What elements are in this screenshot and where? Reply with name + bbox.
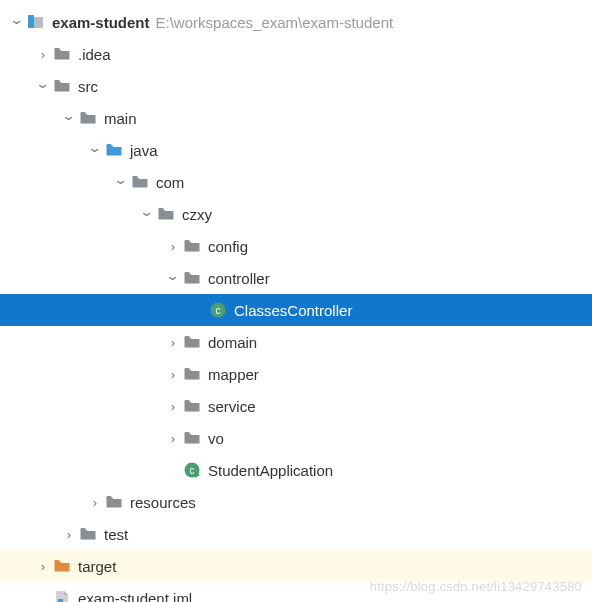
chevron-down-icon[interactable]: ⌄ xyxy=(56,108,81,123)
tree-row[interactable]: ⌄main xyxy=(0,102,592,134)
chevron-down-icon[interactable]: ⌄ xyxy=(30,76,55,91)
tree-item-label: target xyxy=(78,558,116,575)
tree-row[interactable]: ›cClassesController xyxy=(0,294,592,326)
chevron-right-icon[interactable]: › xyxy=(86,495,104,510)
tree-item-label: src xyxy=(78,78,98,95)
tree-item-label: vo xyxy=(208,430,224,447)
tree-row[interactable]: ⌄java xyxy=(0,134,592,166)
tree-row[interactable]: ›.idea xyxy=(0,38,592,70)
tree-row[interactable]: ›vo xyxy=(0,422,592,454)
svg-text:c: c xyxy=(190,465,195,476)
tree-item-label: exam-student.iml xyxy=(78,590,192,603)
chevron-right-icon[interactable]: › xyxy=(164,367,182,382)
tree-item-label: service xyxy=(208,398,256,415)
tree-item-label: controller xyxy=(208,270,270,287)
chevron-down-icon[interactable]: ⌄ xyxy=(4,12,29,27)
watermark-text: https://blog.csdn.net/li13429743580 xyxy=(370,579,582,594)
svg-rect-16 xyxy=(185,432,190,435)
svg-rect-22 xyxy=(55,560,60,563)
chevron-right-icon[interactable]: › xyxy=(164,239,182,254)
excluded-folder-icon xyxy=(52,556,72,576)
path-hint: E:\workspaces_exam\exam-student xyxy=(156,14,394,31)
svg-rect-14 xyxy=(185,368,190,371)
folder-icon xyxy=(182,428,202,448)
tree-item-label: czxy xyxy=(182,206,212,223)
tree-item-label: main xyxy=(104,110,137,127)
runnable-class-icon: c xyxy=(182,460,202,480)
tree-row[interactable]: ›mapper xyxy=(0,358,592,390)
tree-row[interactable]: ›cStudentApplication xyxy=(0,454,592,486)
tree-item-label: config xyxy=(208,238,248,255)
tree-item-label: StudentApplication xyxy=(208,462,333,479)
tree-item-label: com xyxy=(156,174,184,191)
chevron-down-icon[interactable]: ⌄ xyxy=(160,268,185,283)
tree-row[interactable]: ⌄src xyxy=(0,70,592,102)
tree-item-label: resources xyxy=(130,494,196,511)
folder-icon xyxy=(78,524,98,544)
svg-rect-3 xyxy=(55,48,60,51)
chevron-down-icon[interactable]: ⌄ xyxy=(108,172,133,187)
tree-item-label: ClassesController xyxy=(234,302,352,319)
svg-rect-20 xyxy=(107,496,112,499)
tree-item-label: .idea xyxy=(78,46,111,63)
chevron-right-icon[interactable]: › xyxy=(60,527,78,542)
tree-row[interactable]: ›test xyxy=(0,518,592,550)
folder-icon xyxy=(182,332,202,352)
tree-item-label: test xyxy=(104,526,128,543)
tree-row[interactable]: ⌄czxy xyxy=(0,198,592,230)
chevron-right-icon[interactable]: › xyxy=(164,335,182,350)
tree-row[interactable]: ⌄controller xyxy=(0,262,592,294)
folder-icon xyxy=(104,492,124,512)
tree-item-label: domain xyxy=(208,334,257,351)
tree-row[interactable]: ›config xyxy=(0,230,592,262)
chevron-down-icon[interactable]: ⌄ xyxy=(82,140,107,155)
iml-file-icon xyxy=(52,588,72,602)
tree-row[interactable]: ›target xyxy=(0,550,592,582)
tree-row[interactable]: ⌄exam-studentE:\workspaces_exam\exam-stu… xyxy=(0,6,592,38)
chevron-right-icon[interactable]: › xyxy=(34,47,52,62)
folder-icon xyxy=(52,44,72,64)
svg-rect-21 xyxy=(81,528,86,531)
svg-rect-9 xyxy=(185,240,190,243)
chevron-down-icon[interactable]: ⌄ xyxy=(134,204,159,219)
tree-row[interactable]: ›domain xyxy=(0,326,592,358)
tree-item-label: mapper xyxy=(208,366,259,383)
tree-item-label: exam-student xyxy=(52,14,150,31)
tree-item-label: java xyxy=(130,142,158,159)
class-icon: c xyxy=(208,300,228,320)
chevron-right-icon[interactable]: › xyxy=(34,559,52,574)
tree-row[interactable]: ›resources xyxy=(0,486,592,518)
tree-row[interactable]: ⌄com xyxy=(0,166,592,198)
tree-row[interactable]: ›service xyxy=(0,390,592,422)
folder-icon xyxy=(182,364,202,384)
chevron-right-icon[interactable]: › xyxy=(164,399,182,414)
folder-icon xyxy=(182,236,202,256)
svg-rect-15 xyxy=(185,400,190,403)
folder-icon xyxy=(182,396,202,416)
svg-text:c: c xyxy=(216,305,221,316)
svg-rect-13 xyxy=(185,336,190,339)
project-tree[interactable]: ⌄exam-studentE:\workspaces_exam\exam-stu… xyxy=(0,0,592,602)
chevron-right-icon[interactable]: › xyxy=(164,431,182,446)
